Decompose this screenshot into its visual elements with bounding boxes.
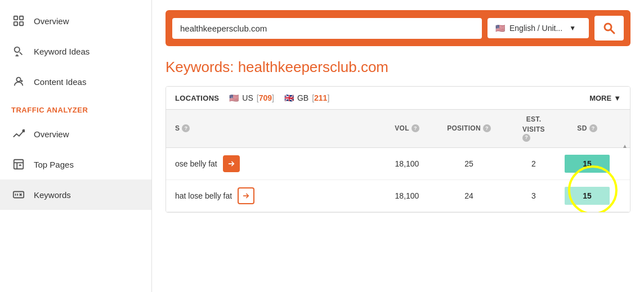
locations-bar: LOCATIONS 🇺🇸 US [709] 🇬🇧 GB [211] MORE ▼ [166, 87, 630, 110]
table-row: hat lose belly fat 18,100 24 3 15 [166, 180, 630, 212]
gb-count: [211] [312, 93, 329, 102]
search-bar: 🇺🇸 English / Unit... ▼ [166, 10, 630, 46]
svg-point-8 [16, 78, 20, 82]
vol-value: 18,100 [379, 159, 435, 168]
table-row: ose belly fat 18,100 25 2 15 [166, 148, 630, 180]
vol-value: 18,100 [379, 191, 435, 200]
sd-value: 15 [565, 187, 610, 205]
keyword-text: hat lose belly fat [175, 191, 232, 200]
position-value: 24 [435, 191, 503, 200]
locations-label: LOCATIONS [175, 94, 219, 102]
location-us[interactable]: 🇺🇸 US [709] [229, 93, 274, 102]
keyword-cell: ose belly fat [175, 155, 379, 172]
col-header-sd: SD ? [565, 124, 610, 132]
main-content: 🇺🇸 English / Unit... ▼ Keywords: healthk… [152, 0, 644, 292]
keyword-arrow-button[interactable] [223, 155, 240, 172]
svg-line-21 [611, 30, 614, 33]
overview-icon [11, 14, 26, 28]
arrow-right-icon [227, 160, 235, 168]
sidebar-item-label: Top Pages [34, 160, 74, 169]
keywords-icon [11, 187, 26, 202]
page-title-keyword: Keywords: [166, 59, 234, 75]
arrow-right-icon [242, 192, 250, 200]
col-header-vol: VOL ? [379, 124, 435, 132]
sidebar-item-content-ideas[interactable]: Content Ideas [0, 66, 151, 97]
keyword-text: ose belly fat [175, 159, 217, 168]
col-header-position: POSITION ? [435, 124, 503, 132]
gb-code: GB [297, 93, 308, 102]
page-title: Keywords: healthkeepersclub.com [166, 59, 630, 76]
keyword-ideas-icon [11, 44, 26, 59]
language-selector[interactable]: 🇺🇸 English / Unit... ▼ [488, 18, 589, 38]
info-icon-vol[interactable]: ? [412, 124, 419, 132]
svg-rect-0 [14, 16, 17, 20]
sidebar-item-overview[interactable]: Overview [0, 6, 151, 36]
sidebar-item-label: Overview [34, 129, 69, 139]
sd-value: 15 [565, 155, 610, 173]
svg-rect-12 [14, 160, 24, 169]
svg-point-11 [23, 130, 25, 132]
sidebar-item-top-pages[interactable]: Top Pages [0, 149, 151, 179]
sidebar-item-label: Overview [34, 16, 69, 26]
domain-input[interactable] [172, 18, 482, 39]
table-header: S ? VOL ? POSITION ? EST. VISITS ? SD ? [166, 110, 630, 148]
sidebar-item-keyword-ideas[interactable]: Keyword Ideas [0, 36, 151, 66]
us-flag: 🇺🇸 [495, 24, 505, 33]
scroll-up-arrow[interactable]: ▲ [622, 143, 628, 149]
scroll-controls: ▲ ▼ [622, 143, 628, 213]
search-button[interactable] [594, 16, 624, 41]
info-icon-position[interactable]: ? [483, 124, 491, 132]
info-icon-est-visits[interactable]: ? [522, 134, 530, 142]
content-ideas-icon [11, 74, 26, 89]
svg-rect-1 [20, 16, 23, 20]
keyword-arrow-button[interactable] [238, 187, 254, 204]
svg-rect-3 [20, 22, 23, 25]
language-label: English / Unit... [509, 24, 562, 33]
location-gb[interactable]: 🇬🇧 GB [211] [284, 93, 329, 102]
est-visits-value: 3 [503, 191, 565, 200]
us-flag: 🇺🇸 [229, 93, 239, 102]
info-icon-sd[interactable]: ? [589, 124, 597, 132]
more-locations-button[interactable]: MORE ▼ [589, 94, 621, 102]
sidebar-item-keywords[interactable]: Keywords [0, 179, 151, 210]
sidebar-item-label: Content Ideas [34, 77, 86, 87]
svg-point-4 [15, 47, 20, 52]
keyword-cell: hat lose belly fat [175, 187, 379, 204]
sidebar-item-traffic-overview[interactable]: Overview [0, 119, 151, 149]
col-header-est-visits: EST. VISITS ? [503, 115, 565, 142]
search-icon [602, 21, 616, 35]
col-header-keyword: S ? [175, 124, 379, 132]
sidebar-item-label: Keywords [34, 190, 71, 200]
info-icon-keyword[interactable]: ? [182, 124, 190, 132]
page-title-domain: healthkeepersclub.com [238, 59, 388, 75]
traffic-overview-icon [11, 127, 26, 141]
sidebar: Overview Keyword Ideas Content Ideas TRA… [0, 0, 152, 292]
keywords-table: LOCATIONS 🇺🇸 US [709] 🇬🇧 GB [211] MORE ▼… [166, 86, 630, 213]
chevron-down-icon: ▼ [569, 24, 576, 32]
position-value: 25 [435, 159, 503, 168]
top-pages-icon [11, 157, 26, 172]
est-visits-value: 2 [503, 159, 565, 168]
gb-flag: 🇬🇧 [284, 93, 294, 102]
chevron-down-icon: ▼ [614, 94, 621, 102]
svg-line-5 [20, 52, 23, 55]
sidebar-item-label: Keyword Ideas [34, 47, 90, 56]
svg-rect-2 [14, 22, 17, 25]
traffic-analyzer-label: TRAFFIC ANALYZER [0, 97, 151, 119]
us-count: [709] [257, 93, 274, 102]
us-code: US [242, 93, 253, 102]
